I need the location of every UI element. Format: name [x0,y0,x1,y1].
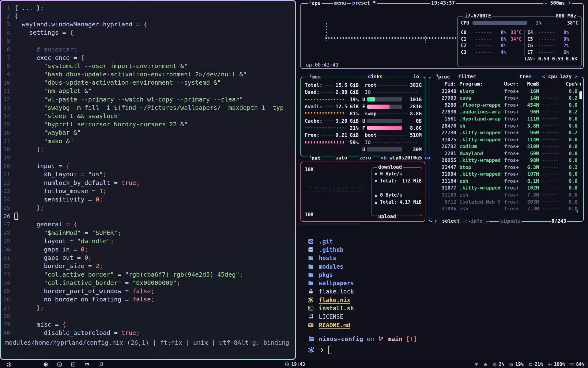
code-line[interactable]: 4 settings = { [1,29,295,37]
proc-row[interactable]: 26732codiumfros+210M0.0 [429,143,581,150]
nix-logo-icon[interactable] [7,362,12,367]
select-control[interactable]: ↑ select ↓ [432,218,469,224]
code-line[interactable]: 20 input = { [1,162,295,170]
interval-plus-button[interactable]: + [568,0,571,6]
menu-button[interactable]: menu [333,0,347,6]
code-line[interactable]: 33 "col.active_border" = "rgb(cba6f7) rg… [1,270,295,278]
proc-row[interactable]: 1561.Hyprland-wrapfros+111M0.0 [429,115,581,122]
files-terminal-window[interactable]: .git.githubhostsmodulespkgswallpapersfla… [296,225,588,360]
code-line[interactable]: 34 "col.inactive_border" = "0x00000000"; [1,278,295,287]
code-line[interactable]: 17 "mako &" [1,137,295,145]
preset-button[interactable]: preset * [351,0,377,6]
proc-row[interactable]: 31075.kitty-wrappedfros+114M0.0 [429,136,581,143]
tray-module[interactable]: 21% [528,362,543,367]
net-zero-button[interactable]: zero [358,155,372,161]
tab-mem[interactable]: 2mem [308,74,322,80]
code-line[interactable]: 25 }; [1,204,295,212]
tab-cpu[interactable]: 1cpu [308,0,322,6]
code-line[interactable]: 10 "dbus-update-activation-environment -… [1,79,295,87]
code-line[interactable]: 11 "nm-applet &" [1,87,295,95]
scroll-down-icon[interactable]: ↓ [576,208,579,214]
proc-scrollbar-thumb[interactable] [579,91,582,99]
proc-row[interactable]: 27730.kitty-wrappedfros+96M0.2 [429,129,581,136]
proc-row[interactable]: 31948slurpfros+16M0.0 [429,88,581,95]
tray-module[interactable]: 84% [570,362,584,367]
proc-row[interactable]: 2291Xwaylandfros+69M0.0 [429,150,581,157]
proc-row[interactable]: 31447btopfros+6.3M0.2 [429,164,581,171]
code-line[interactable]: 2{ [1,12,295,20]
editor-window[interactable]: 1{ ... }:2{3 wayland.windowManager.hyprl… [0,0,296,360]
net-interface-switcher[interactable]: <b wlp0s20f0u5 n> [379,155,432,161]
code-line[interactable]: 6 # autostart [1,45,295,53]
code-line[interactable]: 23 follow_mouse = 1; [1,187,295,195]
code-line[interactable]: 18 ]; [1,145,295,153]
disks-title[interactable]: disks [367,74,384,79]
tab-net[interactable]: 3net [308,155,322,161]
code-line[interactable]: 24 sensitivity = 0; [1,195,295,203]
interval-minus-button[interactable]: - [544,0,547,6]
proc-row[interactable]: 5280.floorp-wrappefros+454M0.0 [429,102,581,109]
code-line[interactable]: 37 }; [1,304,295,312]
code-line[interactable]: 8 "systemctl --user import-environment &… [1,62,295,70]
net-auto-button[interactable]: auto [334,155,349,161]
proc-row[interactable]: 28055.kitty-wrappedfros+98M0.0 [429,157,581,164]
code-line[interactable]: 12 "wl-paste --primary --watch wl-copy -… [1,95,295,103]
code-lines[interactable]: 1{ ... }:2{3 wayland.windowManager.hyprl… [1,3,295,337]
tray-module[interactable]: 100% [548,362,565,367]
btop-monitor-window[interactable]: 1cpu menu preset * 19:43:37 - 500ms + up… [296,0,588,223]
code-line[interactable]: 36 no_border_on_floating = false; [1,295,295,304]
taskbar-clock[interactable]: 19:43 [285,361,305,368]
code-line[interactable]: 39 misc = { [1,320,295,328]
tray-module[interactable] [474,362,479,367]
firefox-icon[interactable] [43,362,48,367]
proc-row[interactable]: 28470shfros+3.8M0.0 [429,122,581,129]
proc-row[interactable]: 31084.kitty-wrappedfros+107M0.0 [429,171,581,178]
code-line[interactable]: 27 general = { [1,220,295,228]
proc-row[interactable]: 31077.kitty-wrappedfros+102M0.0 [429,185,581,192]
code-line[interactable]: 19 [1,153,295,162]
code-line[interactable]: 7 exec-once = [ [1,53,295,62]
code-line[interactable]: 21 kb_layout = "us"; [1,170,295,178]
io-mode-button[interactable]: io [412,74,420,79]
shell-prompt-input-line[interactable] [308,346,332,354]
info-control[interactable]: info ↵ [470,218,489,224]
discord-icon[interactable] [85,362,90,367]
code-line[interactable]: 13 "swaybg -m fill -i $(find ~/Pictures/… [1,103,295,112]
tray-module[interactable] [483,362,488,367]
tab-proc[interactable]: 4proc [435,74,451,80]
code-line[interactable]: 32 border_size = 2; [1,262,295,270]
tray-module[interactable]: 19% [509,362,524,367]
code-line[interactable]: 9 "hash dbus-update-activation-environme… [1,70,295,79]
terminal-icon[interactable] [57,362,62,367]
code-line[interactable]: 28 "$mainMod" = "SUPER"; [1,228,295,237]
notes-icon[interactable] [71,362,76,367]
code-line[interactable]: 14 "sleep 1 && swaylock" [1,112,295,120]
code-line[interactable]: 3 wayland.windowManager.hyprland = { [1,20,295,28]
proc-row[interactable]: 31103zshfros+7.8M0.0 [429,191,581,198]
proc-sort-selector[interactable]: < cpu lazy > [541,74,579,79]
code-line[interactable]: 35 border_part_of_window = false; [1,287,295,295]
proc-row[interactable]: 31164zshfros+8.1M0.0 [429,178,581,185]
code-line[interactable]: 31 gaps_out = 0; [1,254,295,262]
proc-row[interactable]: 27830.audacious-wrafros+96M0.2 [429,109,581,116]
code-line[interactable]: 40 disable_autoreload = true; [1,328,295,337]
music-icon[interactable] [98,362,104,367]
code-line[interactable]: 30 gaps_in = 0; [1,245,295,253]
code-line[interactable]: 38 [1,312,295,320]
code-line[interactable]: 16 "waybar &" [1,128,295,137]
code-line[interactable]: 15 "hyprctl setcursor Nordzy-cursors 22 … [1,120,295,128]
tray-module[interactable]: 2% [492,362,504,367]
code-line[interactable]: 26 [1,212,295,220]
editor-buffer[interactable]: 1{ ... }:2{3 wayland.windowManager.hyprl… [1,1,295,359]
proc-row[interactable]: 27903cavafros+14M0.2 [429,95,581,102]
code-line[interactable]: 22 numlock_by_default = true; [1,178,295,187]
proc-filter-button[interactable]: filter [457,74,477,79]
code-line[interactable]: 1{ ... }: [1,3,295,12]
update-interval-control[interactable]: - 500ms + [543,0,572,6]
proc-row[interactable]: 31086zshfros+7.3M0.0 [429,205,581,212]
proc-tree-button[interactable]: tree [518,74,533,79]
signals-control[interactable]: signals [499,218,522,224]
proc-row[interactable]: 5712Isolated Web Cfros+303M0.0 [429,198,581,205]
code-line[interactable]: 5 [1,37,295,45]
code-line[interactable]: 29 layout = "dwindle"; [1,237,295,245]
